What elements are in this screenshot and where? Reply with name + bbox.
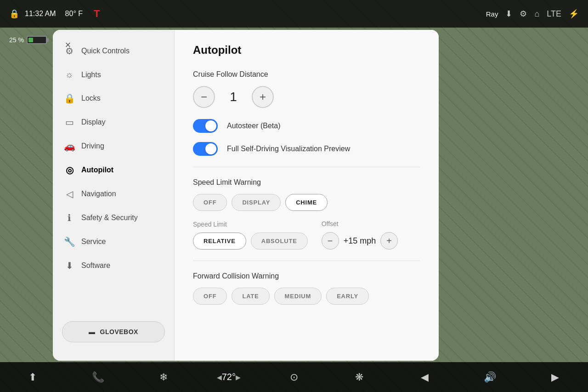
fcw-medium-button[interactable]: MEDIUM [274, 288, 322, 305]
settings-icon[interactable]: ⚙ [520, 9, 527, 19]
offset-label: Offset [322, 220, 398, 227]
divider-2 [193, 261, 420, 261]
autopilot-icon: ◎ [64, 165, 75, 176]
display-icon: ▭ [64, 117, 75, 128]
fsd-label: Full Self-Driving Visualization Preview [227, 145, 350, 153]
navigation-icon: ◁ [64, 188, 75, 199]
tesla-logo: T [94, 8, 100, 20]
fcw-off-button[interactable]: OFF [193, 288, 227, 305]
offset-col: Offset − +15 mph + [322, 220, 398, 250]
sl-absolute-button[interactable]: ABSOLUTE [251, 233, 308, 250]
autosteer-label: Autosteer (Beta) [227, 122, 281, 130]
bottom-phone-icon[interactable]: 📞 [65, 362, 130, 392]
battery-percentage: 25 % [9, 36, 24, 44]
sidebar-label-display: Display [81, 118, 105, 126]
cruise-increment-button[interactable]: + [252, 86, 274, 108]
battery-fill [28, 38, 33, 42]
sidebar-label-software: Software [81, 261, 110, 270]
sidebar-item-navigation[interactable]: ◁ Navigation [53, 182, 174, 206]
bottom-prev-icon[interactable]: ◀ [392, 362, 457, 392]
fsd-knob [205, 143, 216, 154]
safety-icon: ℹ [64, 212, 75, 223]
status-time: 11:32 AM [25, 10, 56, 18]
software-icon: ⬇ [64, 260, 75, 271]
sidebar-item-autopilot[interactable]: ◎ Autopilot [53, 158, 174, 182]
glovebox-button[interactable]: ▬ GLOVEBOX [62, 321, 165, 342]
cruise-decrement-button[interactable]: − [193, 86, 215, 108]
status-bar: 🔒 11:32 AM 80° F T Ray ⬇ ⚙ ⌂ LTE ⚡ [0, 0, 588, 28]
fsd-visualization-row: Full Self-Driving Visualization Preview [193, 142, 420, 156]
temperature-display: 72° [222, 372, 236, 382]
sidebar-item-driving[interactable]: 🚗 Driving [53, 134, 174, 158]
speed-limit-col: Speed Limit RELATIVE ABSOLUTE [193, 221, 308, 250]
slw-display-button[interactable]: DISPLAY [232, 194, 281, 211]
fcw-late-button[interactable]: LATE [232, 288, 269, 305]
close-button[interactable]: × [60, 37, 76, 53]
offset-value: +15 mph [344, 236, 376, 246]
bottom-fan-icon[interactable]: ❄ [130, 362, 196, 392]
speed-limit-col-label: Speed Limit [193, 221, 308, 228]
slw-off-button[interactable]: OFF [193, 194, 227, 211]
cruise-follow-distance-counter: − 1 + [193, 86, 420, 108]
sl-relative-button[interactable]: RELATIVE [193, 233, 246, 250]
fcw-label: Forward Collision Warning [193, 272, 420, 280]
battery-display: 25 % [9, 36, 47, 44]
sidebar-label-safety-security: Safety & Security [81, 214, 138, 222]
speed-limit-group: RELATIVE ABSOLUTE [193, 233, 308, 250]
sidebar-label-driving: Driving [81, 142, 104, 150]
bottom-temp-left-arrow[interactable]: ◀ 72° ▶ [196, 362, 261, 392]
driving-icon: 🚗 [64, 141, 75, 152]
slw-chime-button[interactable]: CHIME [285, 194, 328, 211]
sidebar-label-autopilot: Autopilot [81, 166, 113, 174]
cruise-follow-value: 1 [215, 90, 252, 104]
sidebar-item-locks[interactable]: 🔒 Locks [53, 86, 174, 110]
sidebar-label-lights: Lights [81, 71, 101, 79]
locks-icon: 🔒 [64, 93, 75, 104]
speed-limit-row: Speed Limit RELATIVE ABSOLUTE Offset − +… [193, 220, 420, 250]
fsd-toggle[interactable] [193, 142, 218, 156]
lights-icon: ☼ [64, 69, 75, 80]
temp-left-arrow-icon: ◀ [217, 374, 222, 381]
sidebar-item-service[interactable]: 🔧 Service [53, 230, 174, 254]
service-icon: 🔧 [64, 236, 75, 247]
lte-icon: LTE [547, 9, 561, 19]
offset-increment-button[interactable]: + [380, 232, 398, 250]
bluetooth-icon[interactable]: ⚡ [569, 9, 579, 19]
main-content: Autopilot Cruise Follow Distance − 1 + A… [175, 30, 439, 361]
fcw-group: OFF LATE MEDIUM EARLY [193, 288, 420, 305]
sidebar-item-display[interactable]: ▭ Display [53, 110, 174, 134]
bottom-next-icon[interactable]: ▶ [523, 362, 588, 392]
battery-tip [47, 38, 49, 42]
bottom-volume-icon[interactable]: 🔊 [458, 362, 523, 392]
bottom-defrost-icon[interactable]: ❋ [327, 362, 392, 392]
bottom-cabin-icon[interactable]: ⊙ [261, 362, 327, 392]
sidebar-label-quick-controls: Quick Controls [81, 47, 130, 55]
autosteer-toggle[interactable] [193, 119, 218, 133]
battery-visual [27, 36, 47, 44]
bottom-bar: ⬆ 📞 ❄ ◀ 72° ▶ ⊙ ❋ ◀ 🔊 ▶ [0, 362, 588, 392]
bottom-chevron-up[interactable]: ⬆ [0, 362, 65, 392]
glovebox-label: GLOVEBOX [100, 328, 138, 335]
sidebar-item-lights[interactable]: ☼ Lights [53, 63, 174, 86]
offset-decrement-button[interactable]: − [322, 232, 339, 250]
offset-val-row: − +15 mph + [322, 232, 398, 250]
lock-icon: 🔒 [9, 9, 19, 19]
divider-1 [193, 167, 420, 167]
settings-panel: ⚙ Quick Controls ☼ Lights 🔒 Locks ▭ Disp… [53, 30, 439, 361]
temp-right-arrow-icon: ▶ [236, 374, 241, 381]
sidebar-item-safety-security[interactable]: ℹ Safety & Security [53, 206, 174, 230]
fcw-early-button[interactable]: EARLY [326, 288, 369, 305]
autosteer-row: Autosteer (Beta) [193, 119, 420, 133]
sidebar-item-software[interactable]: ⬇ Software [53, 254, 174, 278]
status-right: Ray ⬇ ⚙ ⌂ LTE ⚡ [486, 9, 579, 19]
sidebar-label-service: Service [81, 238, 106, 246]
status-temp: 80° F [65, 10, 83, 18]
speed-limit-warning-label: Speed Limit Warning [193, 178, 420, 187]
home-icon[interactable]: ⌂ [534, 9, 539, 19]
sidebar: ⚙ Quick Controls ☼ Lights 🔒 Locks ▭ Disp… [53, 30, 175, 361]
sidebar-label-locks: Locks [81, 94, 101, 102]
temperature-value: 72° [222, 372, 236, 382]
speed-limit-warning-group: OFF DISPLAY CHIME [193, 194, 420, 211]
cruise-follow-distance-label: Cruise Follow Distance [193, 70, 420, 79]
download-icon[interactable]: ⬇ [505, 9, 512, 19]
